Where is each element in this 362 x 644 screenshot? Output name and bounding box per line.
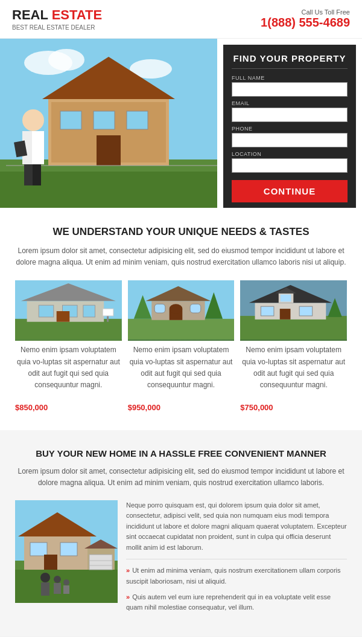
- form-title: FIND YOUR PROPERTY: [232, 53, 348, 69]
- fullname-label: FULL NAME: [232, 75, 348, 81]
- svg-rect-10: [94, 111, 115, 129]
- needs-description: Lorem ipsum dolor sit amet, consectetur …: [15, 245, 347, 268]
- svg-rect-47: [261, 307, 275, 317]
- buy-svg: [15, 500, 118, 603]
- svg-rect-21: [15, 319, 122, 340]
- svg-rect-12: [97, 135, 121, 166]
- svg-rect-11: [127, 111, 148, 129]
- svg-rect-24: [39, 306, 54, 318]
- email-label: EMAIL: [232, 100, 348, 106]
- phone-input[interactable]: [232, 133, 348, 147]
- svg-rect-46: [281, 295, 291, 302]
- property-desc-2: Nemo enim ipsam voluptatem quia vo-lupta…: [128, 344, 235, 391]
- properties-grid: Nemo enim ipsam voluptatem quia vo-lupta…: [15, 280, 347, 412]
- property-desc-3: Nemo enim ipsam voluptatem quia vo-lupta…: [240, 344, 347, 391]
- svg-rect-38: [154, 304, 165, 314]
- svg-rect-39: [190, 304, 201, 314]
- testimonials-section: " Lorem ipsum dolor sit amet, consectetu…: [0, 636, 362, 644]
- property-image-1: [15, 280, 122, 341]
- property-svg-2: [128, 280, 235, 340]
- property-svg-1: [15, 280, 122, 340]
- svg-rect-69: [63, 585, 69, 594]
- svg-point-68: [63, 579, 69, 585]
- svg-rect-65: [41, 582, 49, 596]
- svg-rect-26: [83, 306, 95, 318]
- svg-point-64: [40, 573, 50, 582]
- property-price-3: $750,000: [240, 403, 347, 412]
- property-price-2: $950,000: [128, 403, 235, 412]
- svg-rect-41: [240, 316, 347, 340]
- svg-rect-67: [54, 583, 61, 594]
- email-field-group: EMAIL: [232, 100, 348, 122]
- fullname-input[interactable]: [232, 82, 348, 97]
- svg-point-14: [22, 109, 44, 131]
- header: REAL ESTATE BEST REAL ESTATE DEALER Call…: [0, 0, 362, 39]
- property-card-1: Nemo enim ipsam voluptatem quia vo-lupta…: [15, 280, 122, 412]
- svg-rect-49: [280, 309, 291, 320]
- buy-content: Neque porro quisquam est, qui dolorem ip…: [15, 500, 347, 618]
- buy-bullet-1: »Ut enim ad minima veniam, quis nostrum …: [126, 565, 347, 587]
- buy-bullet-2: »Quis autem vel eum iure reprehenderit q…: [126, 592, 347, 613]
- phone-label: PHONE: [232, 126, 348, 132]
- buy-house-image: [15, 500, 118, 603]
- buy-main-para: Neque porro quisquam est, qui dolorem ip…: [126, 500, 347, 560]
- logo-subtitle: BEST REAL ESTATE DEALER: [12, 24, 102, 31]
- location-label: LOCATION: [232, 151, 348, 157]
- buy-image-area: [15, 500, 118, 618]
- buy-section: BUY YOUR NEW HOME IN A HASSLE FREE CONVE…: [0, 430, 362, 636]
- continue-button[interactable]: CONTINUE: [232, 180, 348, 202]
- fullname-field-group: FULL NAME: [232, 75, 348, 97]
- location-input[interactable]: [232, 158, 348, 173]
- email-input[interactable]: [232, 108, 348, 122]
- svg-rect-17: [24, 164, 33, 185]
- property-image-3: [240, 280, 347, 341]
- buy-text-area: Neque porro quisquam est, qui dolorem ip…: [126, 500, 347, 618]
- svg-rect-62: [60, 543, 77, 556]
- svg-rect-63: [44, 555, 57, 570]
- svg-point-37: [169, 304, 182, 314]
- property-price-1: $850,000: [15, 403, 122, 412]
- svg-rect-31: [128, 319, 235, 340]
- logo-real: REAL: [12, 7, 48, 22]
- property-svg-3: [240, 280, 347, 340]
- location-field-group: LOCATION: [232, 151, 348, 173]
- logo-estate: ESTATE: [52, 7, 103, 22]
- phone-field-group: PHONE: [232, 126, 348, 147]
- svg-rect-18: [33, 164, 41, 185]
- property-card-3: Nemo enim ipsam voluptatem quia vo-lupta…: [240, 280, 347, 412]
- logo-area: REAL ESTATE BEST REAL ESTATE DEALER: [12, 7, 102, 31]
- property-desc-1: Nemo enim ipsam voluptatem quia vo-lupta…: [15, 344, 122, 391]
- property-card-2: Nemo enim ipsam voluptatem quia vo-lupta…: [128, 280, 235, 412]
- needs-title: WE UNDERSTAND YOUR UNIQUE NEEDS & TASTES: [15, 226, 347, 238]
- svg-rect-58: [89, 555, 112, 570]
- svg-rect-29: [103, 309, 113, 316]
- contact-number: 1(888) 555-4689: [261, 16, 350, 30]
- form-disclaimer: Sed ut perspiciatis unde omnis iste natu…: [232, 207, 348, 208]
- logo: REAL ESTATE: [12, 7, 102, 23]
- buy-description: Lorem ipsum dolor sit amet, consectetur …: [15, 466, 347, 489]
- svg-rect-61: [30, 543, 47, 556]
- contact-area: Call Us Toll Free 1(888) 555-4689: [261, 8, 350, 30]
- svg-point-2: [48, 49, 84, 71]
- svg-rect-9: [60, 111, 81, 129]
- hero-illustration: [0, 39, 217, 208]
- svg-point-66: [54, 576, 61, 583]
- contact-label: Call Us Toll Free: [261, 8, 350, 16]
- needs-section: WE UNDERSTAND YOUR UNIQUE NEEDS & TASTES…: [0, 208, 362, 430]
- hero-section: FIND YOUR PROPERTY FULL NAME EMAIL PHONE…: [0, 39, 362, 208]
- svg-rect-48: [299, 307, 313, 317]
- buy-title: BUY YOUR NEW HOME IN A HASSLE FREE CONVE…: [15, 448, 347, 459]
- hero-image: [0, 39, 217, 208]
- svg-rect-27: [57, 311, 70, 322]
- property-image-2: [128, 280, 235, 341]
- hero-form: FIND YOUR PROPERTY FULL NAME EMAIL PHONE…: [223, 45, 356, 208]
